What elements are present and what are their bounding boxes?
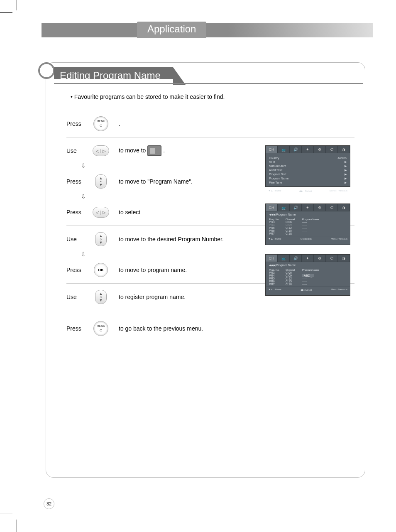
- osd-table-row: PR5C 12-----: [269, 226, 347, 229]
- osd-screenshot-2: CH 📺 🔊 ✦ ⚙ ⏱ ◑ ◀◀◀ Program Name Prog. No…: [265, 203, 350, 245]
- desc-text: to move to: [119, 147, 147, 154]
- step-action: Press: [66, 178, 91, 185]
- arrows-horizontal-icon: ◁ | ▷: [93, 207, 109, 218]
- down-arrow-icon: ⇩: [74, 193, 93, 201]
- desc-text: .: [163, 147, 165, 154]
- osd-tab-icon: 🔊: [290, 204, 302, 211]
- section-bullet: [38, 62, 55, 79]
- osd-footer-right: Menu : Previous: [330, 189, 347, 192]
- osd-tab-icon: ◑: [338, 146, 350, 153]
- header-bar: Application: [42, 23, 373, 37]
- osd-table-row: PR5C 12-----: [269, 277, 347, 280]
- osd-table-row: PR3C 06-----: [269, 271, 347, 274]
- crop-mark: [375, 0, 375, 10]
- osd-menu-item: Add/Erase▶: [269, 169, 347, 172]
- osd-tab-icon: 🔊: [290, 146, 302, 153]
- crop-mark: [0, 513, 12, 513]
- step-desc: to go back to the previous menu.: [119, 325, 354, 332]
- osd-tab-icon: ✦: [302, 204, 314, 211]
- osd-subtitle: ◀◀◀ Program Name: [266, 211, 350, 217]
- osd-tab-icon: ⚙: [314, 146, 326, 153]
- osd-tab-icon: ✦: [302, 255, 314, 262]
- osd-menu-item: Fine Tune▶: [269, 181, 347, 184]
- osd-menu-item: Program Sort▶: [269, 173, 347, 176]
- osd-subtitle: ◀◀◀ Program Name: [266, 262, 350, 268]
- tv-icon: [147, 145, 161, 156]
- osd-table-row: PR7C 18-----: [269, 283, 347, 286]
- step-action: Press: [66, 325, 91, 332]
- divider: [66, 137, 354, 137]
- osd-table-row: PR3C 06-----: [269, 221, 347, 223]
- arrows-vertical-icon: ▲○▼: [95, 232, 107, 246]
- osd-menu-item: Manual Store▶: [269, 164, 347, 168]
- osd-table-row: PR7C 18-----: [269, 232, 347, 235]
- osd-tab: CH: [266, 146, 278, 153]
- step-1: Press MENU ○ .: [66, 112, 354, 135]
- page-title: Application: [137, 22, 206, 38]
- osd-tab-icon: ⚙: [314, 204, 326, 211]
- osd-footer-right: Menu:Previous: [331, 238, 347, 240]
- osd-footer-center: ◀▶ : Select: [299, 189, 312, 192]
- remote-menu-button: MENU ○: [91, 115, 110, 132]
- osd-menu-item: Program Name▶: [269, 177, 347, 180]
- menu-button-icon: MENU ○: [93, 116, 108, 131]
- section-underline: [54, 83, 363, 84]
- crop-mark: [17, 0, 17, 10]
- step-action: Press: [66, 267, 91, 273]
- osd-tab: CH: [266, 255, 278, 262]
- osd-footer-left: ▼▲ : Move: [268, 238, 281, 240]
- ok-button-icon: OK: [94, 263, 108, 277]
- osd-tab-icon: ✦: [302, 146, 314, 153]
- osd-menu-item: CountryAustria: [269, 157, 347, 159]
- osd-tab-icon: 🔊: [290, 255, 302, 262]
- osd-tab-icon: 📺: [278, 255, 290, 262]
- osd-table-row: PR4C 09ABC _: [269, 274, 347, 277]
- menu-button-icon: MENU ○: [93, 321, 108, 336]
- osd-tab-icon: ⏱: [326, 146, 338, 153]
- osd-footer-left: ▼▲ : Move: [268, 189, 281, 192]
- osd-table-row: PR6C 15-----: [269, 229, 347, 232]
- osd-footer-right: Menu:Previous: [331, 288, 347, 291]
- osd-screenshot-3: CH 📺 🔊 ✦ ⚙ ⏱ ◑ ◀◀◀ Program Name Prog. No…: [265, 254, 350, 296]
- menu-label: MENU: [97, 324, 105, 327]
- osd-table-row: PR6C 15-----: [269, 280, 347, 283]
- intro-text: • Favourite programs can be stored to ma…: [71, 93, 225, 100]
- osd-footer-center: ◀▶:Adjust: [300, 288, 312, 291]
- down-arrow-icon: ⇩: [74, 162, 93, 170]
- osd-table-row: PR4C 09-----: [269, 223, 347, 226]
- step-action: Press: [66, 120, 91, 127]
- osd-tab-icon: 📺: [278, 204, 290, 211]
- step-action: Use: [66, 147, 91, 154]
- header-gradient: [228, 23, 373, 37]
- osd-tab-icon: ◑: [338, 204, 350, 211]
- osd-menu-item: ATM▶: [269, 160, 347, 164]
- section-title: Editing Program Name: [54, 67, 173, 79]
- arrows-vertical-icon: ▲○▼: [95, 290, 107, 304]
- remote-left-right-button: ◁ | ▷: [91, 204, 110, 221]
- step-desc: .: [119, 120, 354, 127]
- step-8: Press MENU ○ to go back to the previous …: [66, 317, 354, 340]
- osd-footer-left: ▼▲ : Move: [268, 288, 281, 291]
- osd-tab-icon: ⏱: [326, 204, 338, 211]
- crop-mark: [17, 520, 17, 532]
- osd-tab-icon: ◑: [338, 255, 350, 262]
- osd-tab: CH: [266, 204, 278, 211]
- arrows-horizontal-icon: ◁ | ▷: [93, 145, 109, 156]
- osd-footer-center: OK:Select: [301, 238, 312, 240]
- osd-tab-icon: ⏱: [326, 255, 338, 262]
- remote-left-right-button: ◁ | ▷: [91, 142, 110, 159]
- menu-label: MENU: [97, 120, 105, 123]
- step-action: Press: [66, 209, 91, 216]
- osd-screenshot-1: CH 📺 🔊 ✦ ⚙ ⏱ ◑ CountryAustriaATM▶Manual …: [265, 145, 350, 187]
- remote-up-down-button: ▲•▼: [91, 173, 110, 190]
- remote-up-down-button: ▲○▼: [91, 289, 110, 305]
- page-number: 32: [44, 498, 54, 509]
- crop-mark: [0, 12, 12, 13]
- step-action: Use: [66, 294, 91, 300]
- remote-ok-button: OK: [91, 262, 110, 278]
- down-arrow-icon: ⇩: [74, 251, 93, 258]
- osd-tab-icon: ⚙: [314, 255, 326, 262]
- arrows-vertical-icon: ▲•▼: [95, 174, 107, 189]
- step-action: Use: [66, 236, 91, 243]
- remote-up-down-button: ▲○▼: [91, 231, 110, 248]
